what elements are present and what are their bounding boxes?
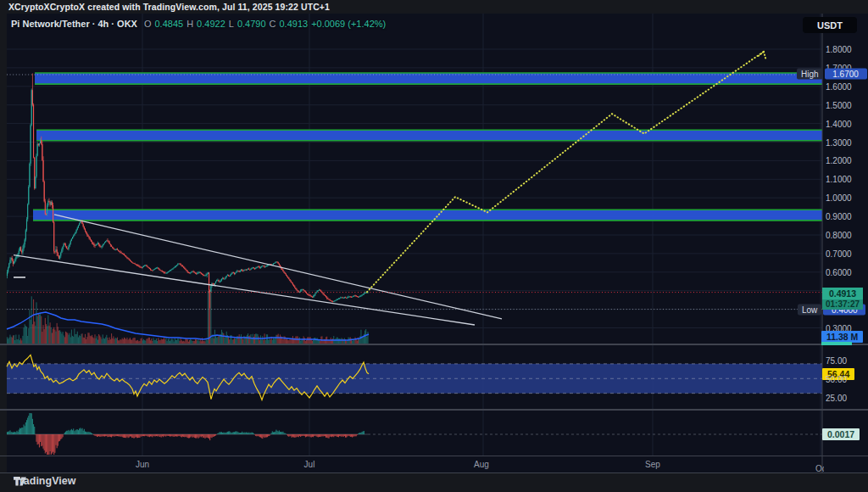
time-axis-label: Jul — [304, 460, 315, 469]
tradingview-screenshot: XCryptoXCryptoX created with TradingView… — [0, 0, 868, 492]
rsi-axis-label: 50.00 — [826, 374, 847, 383]
chart-drawing — [0, 0, 868, 492]
price-axis-label: 0.9000 — [826, 212, 852, 221]
time-axis-label: Sep — [645, 460, 660, 469]
price-axis-label: 1.1000 — [826, 175, 852, 184]
chart-canvas[interactable] — [0, 0, 868, 492]
rsi-axis-label: 25.00 — [826, 393, 847, 402]
price-axis-label: 1.4000 — [826, 119, 852, 128]
high-value: 0.4922 — [197, 19, 225, 29]
low-tag-label: Low — [798, 305, 821, 316]
price-axis-label: 0.6000 — [826, 267, 852, 277]
last-price-tag: 0.4913 01:37:27 — [822, 288, 863, 310]
high-price-tag: High 1.6700 — [797, 69, 867, 80]
tradingview-logo-icon — [14, 475, 26, 488]
open-value: 0.4845 — [155, 19, 184, 29]
histogram-value-tag: 0.0017 — [822, 428, 860, 440]
change-value: +0.0069 (+1.42%) — [311, 19, 386, 29]
currency-toggle-button[interactable]: USDT — [803, 17, 857, 33]
close-value: 0.4913 — [280, 19, 309, 29]
volume-ma-axis-tag — [821, 342, 852, 345]
tradingview-logo[interactable]: TradingView — [14, 475, 75, 487]
price-axis-label: 1.0000 — [826, 193, 852, 203]
ohlc-letter: O — [144, 19, 152, 29]
ohlc-letter: C — [270, 19, 276, 29]
bar-countdown: 01:37:27 — [822, 299, 863, 310]
low-value: 0.4790 — [237, 19, 266, 29]
price-axis-label: 1.5000 — [826, 100, 852, 109]
price-axis-label: 1.8000 — [826, 45, 852, 54]
high-tag-value: 1.6700 — [825, 69, 867, 80]
price-axis-label: 0.8000 — [826, 231, 852, 240]
rsi-axis-label: 75.00 — [826, 356, 847, 366]
ohlc-letter: H — [186, 19, 193, 29]
symbol-title[interactable]: Pi Network/Tether · 4h · OKX — [11, 19, 137, 29]
last-price-value: 0.4913 — [822, 288, 863, 299]
ohlc-letter: L — [229, 19, 234, 29]
time-label-oct-clipped: Oct — [815, 460, 824, 472]
price-axis-label: 1.2000 — [826, 156, 852, 165]
high-tag-label: High — [797, 69, 823, 80]
time-axis-label: Jun — [136, 460, 149, 469]
price-axis-label: 1.3000 — [826, 137, 852, 147]
time-axis-label: Aug — [474, 460, 489, 469]
price-axis-label: 1.6000 — [826, 81, 852, 91]
symbol-legend[interactable]: Pi Network/Tether · 4h · OKXO0.4845H0.49… — [11, 19, 389, 29]
price-axis-label: 0.7000 — [826, 249, 852, 258]
volume-axis-tag: 11.38 M — [821, 331, 863, 343]
